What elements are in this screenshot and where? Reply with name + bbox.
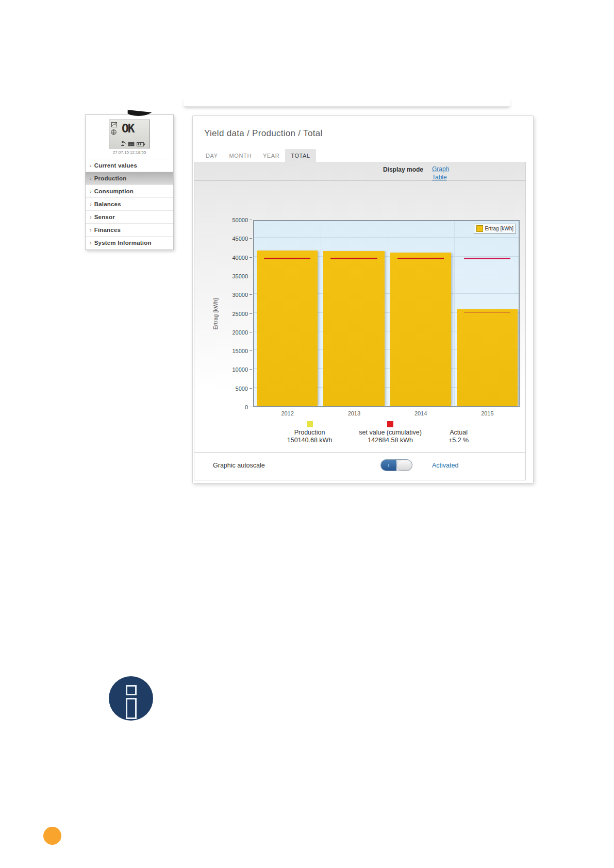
y-axis-tick-label: 30000	[217, 292, 248, 298]
autoscale-label: Graphic autoscale	[213, 462, 380, 469]
legend-label: Ertrag [kWh]	[485, 226, 513, 231]
x-axis-label-2014: 2014	[388, 410, 454, 416]
y-axis-tick-label: 15000	[217, 348, 248, 354]
autoscale-state: Activated	[432, 462, 458, 469]
autoscale-row: Graphic autoscale I Activated	[194, 452, 525, 480]
chevron-right-icon: ›	[90, 163, 92, 169]
chevron-right-icon: ›	[90, 227, 92, 233]
extra-set-line-2015	[464, 312, 510, 313]
toggle-on-segment: I	[381, 460, 396, 471]
display-mode-table-link[interactable]: Table	[432, 174, 449, 181]
y-axis-tick-label: 35000	[217, 273, 248, 279]
display-mode-label: Display mode	[383, 165, 423, 181]
display-mode-graph-link[interactable]: Graph	[432, 165, 449, 173]
autoscale-toggle[interactable]: I	[380, 459, 412, 471]
y-axis-tick-label: 25000	[217, 311, 248, 317]
summary-value: 142684.58 kWh	[359, 437, 422, 444]
tab-year[interactable]: YEAR	[257, 149, 285, 162]
installer-icon	[121, 141, 126, 146]
y-axis-tick-label: 10000	[217, 366, 248, 373]
summary-value: 150140.68 kWh	[287, 437, 333, 444]
y-axis-tick-label: 40000	[217, 255, 248, 261]
chart-icon	[111, 122, 117, 127]
info-icon	[109, 676, 153, 721]
globe-icon	[111, 129, 117, 135]
chevron-right-icon: ›	[90, 240, 92, 246]
display-mode: Display mode GraphTable	[383, 165, 449, 181]
production-bar-2013	[323, 251, 384, 406]
device-lcd-display: OK	[109, 120, 150, 148]
y-axis-tick-mark	[250, 388, 252, 389]
tab-total[interactable]: TOTAL	[285, 149, 316, 162]
production-bar-2014	[390, 253, 451, 406]
summary-actual: Actual+5.2 %	[449, 421, 469, 444]
sidebar-item-finances[interactable]: ›Finances	[86, 223, 173, 236]
set-value-line-2015	[464, 258, 510, 259]
display-mode-links: GraphTable	[432, 165, 449, 181]
y-axis-tick-mark	[250, 313, 252, 314]
summary-production: Production150140.68 kWh	[287, 421, 333, 444]
y-axis-tick-mark	[250, 238, 252, 239]
sidebar-item-label: System Information	[94, 240, 152, 246]
period-tabs: DAYMONTHYEARTOTAL	[200, 148, 533, 162]
panel-header: Display mode GraphTable	[194, 162, 525, 181]
sidebar-item-label: Consumption	[94, 188, 134, 194]
toggle-handle[interactable]	[396, 460, 412, 471]
sidebar-item-label: Finances	[94, 227, 121, 233]
lcd-status-text: OK	[122, 122, 134, 135]
sidebar-item-sensor[interactable]: ›Sensor	[86, 210, 173, 223]
set-value-line-2014	[397, 258, 444, 259]
summary-value: +5.2 %	[449, 437, 469, 444]
chevron-right-icon: ›	[90, 176, 92, 181]
sidebar-menu: ›Current values›Production›Consumption›B…	[86, 159, 173, 249]
breadcrumb: Yield data / Production / Total	[204, 128, 533, 139]
y-axis-tick-mark	[250, 350, 252, 351]
y-axis-tick-mark	[250, 369, 252, 370]
legend-swatch	[476, 225, 483, 232]
summary-set-value-cumulative: set value (cumulative)142684.58 kWh	[359, 421, 422, 444]
info-icon-bar	[126, 698, 137, 719]
chart-legend: Ertrag [kWh]	[474, 224, 516, 233]
sidebar-item-current-values[interactable]: ›Current values	[86, 159, 173, 172]
x-gridline	[388, 221, 388, 406]
y-gridline	[254, 237, 519, 238]
y-axis-tick-mark	[250, 220, 252, 220]
sidebar-item-production[interactable]: ›Production	[86, 172, 173, 185]
yield-chart: 2012201320142015Ertrag [kWh] Ertrag [kWh…	[194, 181, 525, 424]
cropped-header-edge	[184, 97, 510, 107]
plot-area: 2012201320142015Ertrag [kWh] Ertrag [kWh…	[253, 220, 520, 407]
set-value-line-2013	[330, 258, 377, 259]
tab-panel: Display mode GraphTable 2012201320142015…	[194, 162, 526, 480]
chevron-right-icon: ›	[90, 202, 92, 207]
y-axis-tick-label: 50000	[217, 217, 248, 223]
page-bullet-dot	[43, 827, 61, 845]
summary-label: Production	[287, 429, 333, 436]
logo-fragment	[127, 108, 153, 119]
kwh-box-icon	[128, 142, 135, 146]
summary-label: set value (cumulative)	[359, 429, 422, 436]
page: OK 27.07.15 12:18:55 ›Current values›Pro…	[0, 0, 614, 868]
x-gridline	[454, 221, 455, 406]
y-axis-tick-mark	[250, 332, 252, 332]
sidebar-item-label: Balances	[94, 201, 121, 207]
x-axis-label-2015: 2015	[454, 410, 521, 416]
y-axis-tick-mark	[250, 257, 252, 258]
tab-month[interactable]: MONTH	[224, 149, 257, 162]
plot-canvas: 2012201320142015Ertrag [kWh]	[253, 220, 520, 407]
tab-day[interactable]: DAY	[200, 149, 224, 162]
sidebar-item-label: Production	[94, 175, 127, 181]
sidebar-item-balances[interactable]: ›Balances	[86, 197, 173, 210]
chart-summary-legend: Production150140.68 kWhset value (cumula…	[230, 421, 525, 444]
y-axis-tick-label: 45000	[217, 236, 248, 242]
x-axis-label-2013: 2013	[321, 410, 387, 416]
production-bar-2012	[257, 251, 318, 406]
sidebar-item-consumption[interactable]: ›Consumption	[86, 185, 173, 197]
y-axis-tick-mark	[250, 276, 252, 276]
chevron-right-icon: ›	[90, 189, 92, 194]
info-icon-dot	[126, 685, 137, 695]
sidebar-item-system-information[interactable]: ›System Information	[86, 236, 173, 249]
y-axis-tick-label: 0	[217, 404, 248, 410]
y-axis-tick-label: 5000	[217, 386, 248, 392]
battery-icon	[137, 142, 145, 146]
summary-label: Actual	[449, 429, 469, 436]
